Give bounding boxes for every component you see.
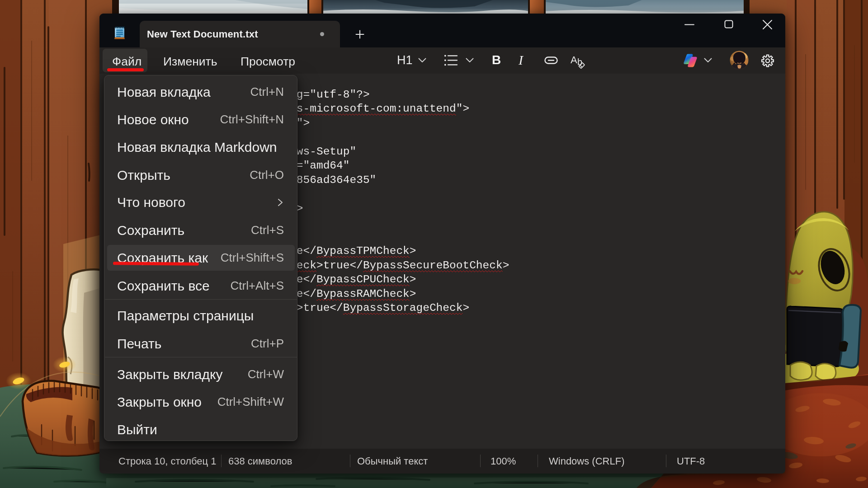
svg-text:A: A	[571, 54, 577, 66]
